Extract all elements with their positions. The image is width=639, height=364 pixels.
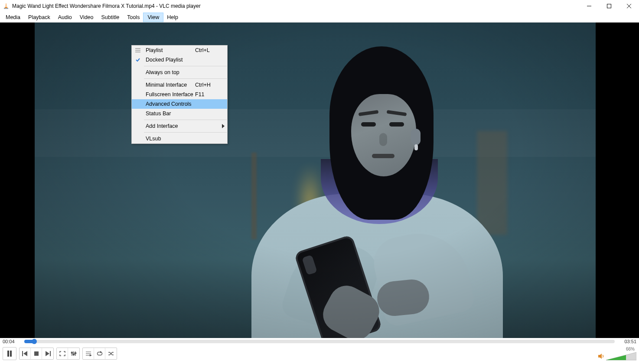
volume-slider[interactable]	[606, 351, 636, 361]
dd-separator	[144, 120, 227, 120]
view-advanced-controls[interactable]: Advanced Controls	[132, 99, 227, 109]
svg-marker-11	[222, 124, 225, 128]
playback-controls: 66%	[0, 345, 639, 362]
view-status-bar[interactable]: Status Bar	[132, 109, 227, 118]
dd-accel: Ctrl+H	[195, 82, 219, 88]
video-frame	[35, 23, 596, 338]
list-icon	[132, 48, 144, 53]
stop-button[interactable]	[31, 348, 42, 359]
dd-label: Add Interface	[144, 123, 195, 129]
svg-rect-22	[72, 352, 73, 353]
svg-rect-5	[607, 4, 611, 8]
svg-rect-13	[10, 351, 12, 357]
view-add-interface[interactable]: Add Interface	[132, 121, 227, 131]
window-controls	[579, 0, 639, 12]
close-button[interactable]	[619, 0, 639, 12]
dd-accel: Ctrl+L	[195, 47, 219, 53]
dd-label: Minimal Interface	[144, 82, 195, 88]
view-playlist[interactable]: Playlist Ctrl+L	[132, 46, 227, 55]
pause-button[interactable]	[3, 348, 16, 360]
dd-label: Docked Playlist	[144, 57, 195, 63]
volume-percent: 66%	[626, 347, 635, 351]
dd-label: Fullscreen Interface	[144, 91, 195, 98]
svg-rect-14	[22, 351, 23, 356]
minimize-button[interactable]	[579, 0, 599, 12]
dd-separator	[144, 66, 227, 66]
svg-marker-31	[598, 354, 602, 359]
svg-rect-24	[75, 353, 76, 354]
view-dropdown: Playlist Ctrl+L Docked Playlist Always o…	[131, 45, 228, 144]
fullscreen-button[interactable]	[57, 348, 68, 359]
dd-label: VLsub	[144, 136, 195, 142]
loop-button[interactable]	[94, 348, 105, 359]
view-fullscreen-interface[interactable]: Fullscreen Interface F11	[132, 90, 227, 99]
total-time[interactable]: 03:51	[617, 339, 636, 344]
volume-control: 66%	[597, 347, 636, 361]
maximize-button[interactable]	[599, 0, 619, 12]
dd-label: Always on top	[144, 69, 195, 75]
svg-rect-3	[4, 8, 8, 9]
menu-video[interactable]: Video	[76, 13, 98, 22]
menu-subtitle[interactable]: Subtitle	[98, 13, 124, 22]
window-title: Magic Wand Light Effect Wondershare Film…	[12, 3, 201, 9]
speaker-icon[interactable]	[597, 353, 604, 360]
submenu-arrow-icon	[219, 124, 227, 128]
vlc-icon	[3, 3, 10, 10]
elapsed-time[interactable]: 00:04	[3, 339, 22, 344]
svg-rect-23	[73, 354, 75, 355]
dd-label: Advanced Controls	[144, 101, 195, 107]
menu-tools[interactable]: Tools	[123, 13, 143, 22]
dd-separator	[144, 78, 227, 79]
view-vlsub[interactable]: VLsub	[132, 134, 227, 143]
playlist-button[interactable]	[83, 348, 94, 359]
seek-knob[interactable]	[32, 339, 37, 344]
svg-marker-15	[23, 351, 27, 356]
menu-media[interactable]: Media	[2, 13, 24, 22]
seek-slider[interactable]	[24, 340, 615, 343]
menu-help[interactable]: Help	[163, 13, 182, 22]
menu-playback[interactable]: Playback	[24, 13, 54, 22]
svg-rect-16	[34, 351, 39, 356]
view-always-on-top[interactable]: Always on top	[132, 68, 227, 77]
dd-separator	[144, 132, 227, 133]
dd-label: Status Bar	[144, 110, 195, 117]
seek-row: 00:04 03:51	[0, 338, 639, 345]
view-docked-playlist[interactable]: Docked Playlist	[132, 55, 227, 65]
svg-rect-18	[50, 351, 51, 356]
view-minimal-interface[interactable]: Minimal Interface Ctrl+H	[132, 80, 227, 90]
previous-button[interactable]	[20, 348, 31, 359]
svg-rect-29	[97, 352, 102, 355]
svg-rect-1	[5, 5, 7, 6]
menu-view[interactable]: View	[143, 13, 163, 22]
svg-marker-28	[90, 354, 91, 356]
title-bar: Magic Wand Light Effect Wondershare Film…	[0, 0, 639, 12]
svg-rect-2	[5, 6, 7, 7]
svg-marker-17	[46, 351, 49, 356]
menu-bar: Media Playback Audio Video Subtitle Tool…	[0, 12, 639, 23]
dd-accel: F11	[195, 91, 219, 98]
check-icon	[132, 57, 144, 62]
svg-rect-12	[7, 351, 9, 357]
video-area[interactable]: Playlist Ctrl+L Docked Playlist Always o…	[0, 23, 639, 338]
extended-settings-button[interactable]	[68, 348, 79, 359]
shuffle-button[interactable]	[105, 348, 117, 359]
next-button[interactable]	[42, 348, 53, 359]
dd-label: Playlist	[144, 47, 195, 53]
menu-audio[interactable]: Audio	[54, 13, 76, 22]
